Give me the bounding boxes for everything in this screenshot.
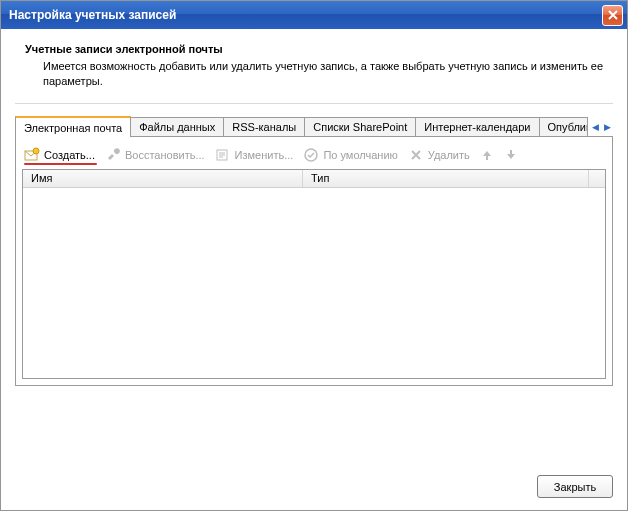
tab-label: Файлы данных [139, 121, 215, 133]
close-button[interactable]: Закрыть [537, 475, 613, 498]
create-label: Создать... [44, 149, 95, 161]
highlight-underline [24, 163, 97, 165]
header-title: Учетные записи электронной почты [25, 43, 607, 55]
delete-button: Удалить [408, 147, 470, 163]
chevron-left-icon: ◀ [592, 122, 599, 132]
titlebar[interactable]: Настройка учетных записей [1, 1, 627, 29]
tab-published[interactable]: Опубликован [539, 117, 589, 136]
list-header: Имя Тип [23, 170, 605, 188]
arrow-down-icon [505, 149, 517, 161]
tab-scroll-right[interactable]: ▶ [601, 118, 613, 136]
window-close-button[interactable] [602, 5, 623, 26]
delete-label: Удалить [428, 149, 470, 161]
tab-scroll-left[interactable]: ◀ [589, 118, 601, 136]
tab-data-files[interactable]: Файлы данных [130, 117, 224, 136]
edit-label: Изменить... [235, 149, 294, 161]
default-label: По умолчанию [323, 149, 397, 161]
accounts-list[interactable]: Имя Тип [22, 169, 606, 379]
check-circle-icon [303, 147, 319, 163]
tab-label: Интернет-календари [424, 121, 530, 133]
restore-button: Восстановить... [105, 147, 205, 163]
close-icon [608, 10, 618, 20]
restore-label: Восстановить... [125, 149, 205, 161]
tabs-region: Электронная почта Файлы данных RSS-канал… [15, 114, 613, 386]
svg-point-1 [33, 148, 39, 154]
repair-icon [105, 147, 121, 163]
tab-panel: Создать... Восстановить... Изменить.. [15, 136, 613, 386]
toolbar: Создать... Восстановить... Изменить.. [22, 143, 606, 169]
footer: Закрыть [15, 465, 613, 498]
edit-button: Изменить... [215, 147, 294, 163]
default-button: По умолчанию [303, 147, 397, 163]
arrow-up-icon [481, 149, 493, 161]
tabs-row: Электронная почта Файлы данных RSS-канал… [15, 114, 613, 136]
tab-label: RSS-каналы [232, 121, 296, 133]
tab-label: Электронная почта [24, 122, 122, 134]
column-name[interactable]: Имя [23, 170, 303, 187]
delete-icon [408, 147, 424, 163]
tab-scroll: ◀ ▶ [589, 118, 613, 136]
chevron-right-icon: ▶ [604, 122, 611, 132]
account-settings-window: Настройка учетных записей Учетные записи… [0, 0, 628, 511]
edit-icon [215, 147, 231, 163]
column-spacer [589, 170, 605, 187]
column-name-label: Имя [31, 172, 52, 184]
header-section: Учетные записи электронной почты Имеется… [15, 39, 613, 104]
create-button[interactable]: Создать... [24, 147, 95, 163]
move-down-button [504, 148, 518, 162]
new-mail-icon [24, 147, 40, 163]
column-type[interactable]: Тип [303, 170, 589, 187]
move-up-button [480, 148, 494, 162]
tab-rss[interactable]: RSS-каналы [223, 117, 305, 136]
header-description: Имеется возможность добавить или удалить… [25, 59, 607, 89]
tab-sharepoint[interactable]: Списки SharePoint [304, 117, 416, 136]
tab-email[interactable]: Электронная почта [15, 116, 131, 137]
tab-internet-calendars[interactable]: Интернет-календари [415, 117, 539, 136]
window-title: Настройка учетных записей [9, 8, 602, 22]
tab-label: Списки SharePoint [313, 121, 407, 133]
close-label: Закрыть [554, 481, 596, 493]
column-type-label: Тип [311, 172, 329, 184]
content-area: Учетные записи электронной почты Имеется… [1, 29, 627, 510]
tab-label: Опубликован [548, 121, 589, 133]
